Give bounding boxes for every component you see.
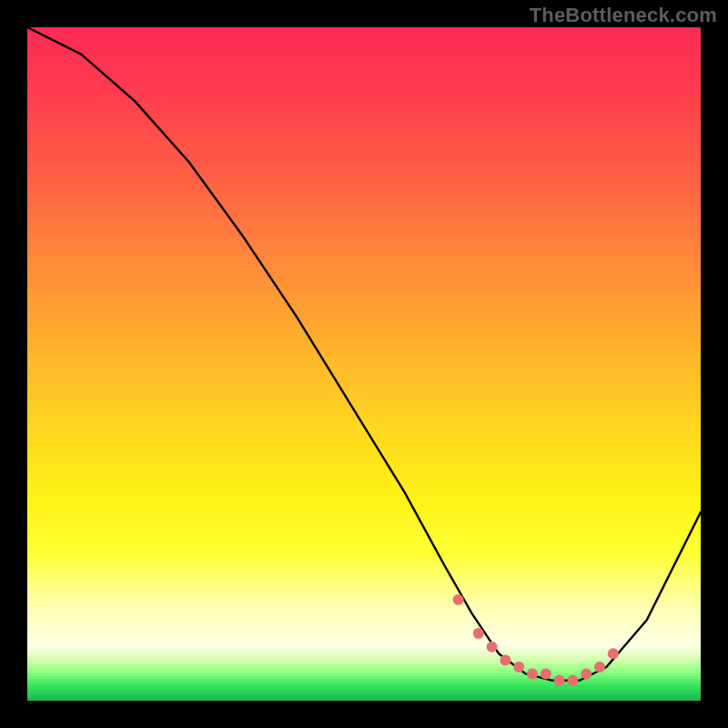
chart-frame: TheBottleneck.com — [0, 0, 728, 728]
plot-area — [27, 27, 701, 701]
watermark-text: TheBottleneck.com — [530, 4, 717, 27]
